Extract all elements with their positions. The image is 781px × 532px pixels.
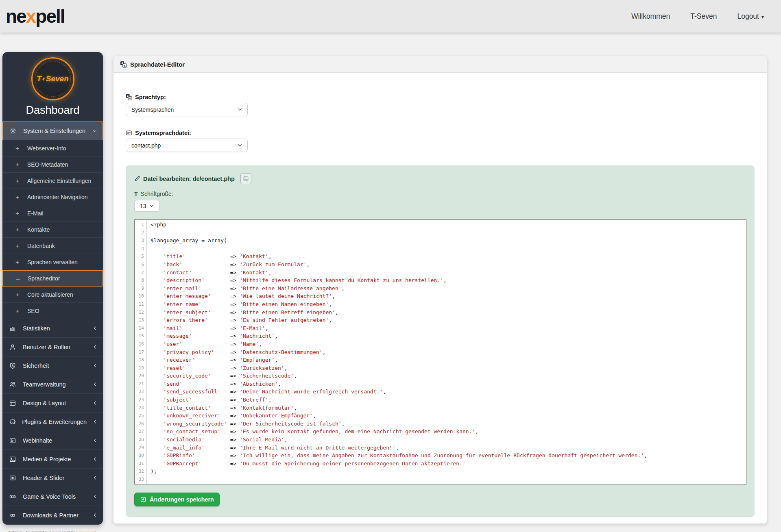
line-number: 1: [135, 221, 147, 229]
code-line: 16 'user' => 'Name',: [135, 340, 746, 348]
code-line: 3$language_array = array(: [135, 237, 746, 245]
layout-icon: [9, 400, 17, 407]
code-text: 'GDPRinfo' => 'Ich willige ein, dass mei…: [147, 452, 647, 460]
code-text: 'enter_name' => 'Bitte einen Namen einge…: [147, 300, 332, 308]
code-text: [147, 229, 151, 237]
slider-icon: [9, 474, 17, 482]
line-number: 28: [135, 436, 147, 444]
nav-logout-dropdown[interactable]: Logout▾: [737, 12, 764, 21]
plus-icon: +: [14, 307, 20, 315]
sidebar-item-sicherheit[interactable]: Sicherheit: [2, 356, 103, 375]
plus-icon: +: [14, 210, 20, 217]
sidebar-item-admincenter-navigation[interactable]: +Admincenter Navigation: [2, 189, 103, 205]
sidebar-item-allgemeine-einstellungen[interactable]: +Allgemeine Einstellungen: [2, 173, 103, 189]
translate-icon: A a: [126, 94, 132, 100]
nav-welcome-link[interactable]: Willkommen: [631, 12, 670, 21]
code-text: [147, 245, 151, 253]
sidebar-item-teamverwaltung[interactable]: Teamverwaltung: [2, 375, 103, 394]
language-editor-card: A a Sprachdatei-Editor A a Sprachtyp:: [113, 56, 767, 524]
sidebar-item-core-aktualisieren[interactable]: +Core aktualisieren: [2, 287, 103, 303]
code-line: 17 'privacy_policy' => 'Datenschutz-Best…: [135, 348, 746, 356]
code-text: 'GDPRaccept' => 'Du musst die Speicherun…: [147, 460, 466, 468]
sidebar-item-sprachen-verwalten[interactable]: +Sprachen verwalten: [2, 254, 103, 270]
sidebar-item-downloads-partner[interactable]: Downloads & Partner: [2, 506, 103, 525]
sidebar-item-label: Plugins & Erweiterungen: [22, 419, 87, 425]
line-number: 18: [135, 356, 147, 364]
code-text: 'subject' => 'Betreff',: [147, 396, 271, 404]
chevron-left-icon: [92, 438, 98, 443]
top-bar: nexpell Willkommen T-Seven Logout▾: [0, 0, 781, 33]
code-line: 9 'enter_mail' => 'Bitte eine Mailadress…: [135, 284, 746, 293]
text-size-icon: T: [134, 191, 138, 197]
line-number: 30: [135, 452, 147, 460]
chevron-left-icon: [92, 475, 98, 480]
nexpell-logo: nexpell: [6, 7, 65, 26]
plus-icon: +: [14, 161, 20, 168]
sidebar-item-seo[interactable]: +SEO: [2, 303, 103, 319]
sidebar-item-statistiken[interactable]: Statistiken: [2, 319, 103, 338]
sidebar-item-design-layout[interactable]: Design & Layout: [2, 394, 103, 413]
code-text: 'socialmedia' => 'Social Media',: [147, 436, 288, 444]
sidebar-item-label: Sprachen verwalten: [27, 259, 97, 265]
save-changes-button[interactable]: Änderungen speichern: [134, 493, 220, 506]
chevron-left-icon: [92, 400, 98, 406]
shield-icon: [9, 362, 17, 369]
code-line: 32);: [135, 467, 746, 476]
sidebar-item-label: Datenbank: [27, 243, 97, 249]
sidebar-item-game-voice-tools[interactable]: Game & Voice Tools: [2, 487, 103, 506]
sidebar-item-spracheditor[interactable]: →Spracheditor: [2, 270, 103, 287]
line-number: 9: [135, 284, 147, 293]
sidebar-item-label: Webinhalte: [23, 437, 87, 444]
chevron-down-icon: [237, 107, 242, 112]
sidebar-item-webserver-info[interactable]: +Webserver-Info: [2, 140, 103, 156]
sidebar-item-e-mail[interactable]: +E-Mail: [2, 205, 103, 221]
line-number: 3: [135, 237, 147, 245]
code-text: 'back' => 'Zurück zum Formular',: [147, 261, 310, 269]
language-file-select[interactable]: contact.php: [126, 139, 248, 152]
tseven-logo-circle: TSeven: [31, 57, 74, 100]
chevron-left-icon: [92, 363, 98, 368]
sidebar-item-plugins-erweiterungen[interactable]: Plugins & Erweiterungen: [2, 413, 103, 431]
sidebar-item-medien-projekte[interactable]: Medien & Projekte: [2, 450, 103, 469]
code-text: 'description' => 'Mithilfe dieses Formul…: [147, 276, 447, 284]
sidebar-item-label: Statistiken: [23, 325, 87, 332]
footer-brand-link[interactable]: nexpell: [78, 530, 96, 532]
line-number: 20: [135, 372, 147, 380]
line-number: 15: [135, 332, 147, 340]
line-number: 17: [135, 348, 147, 356]
code-text: 'errors_there' => 'Es sind Fehler aufget…: [147, 316, 332, 324]
sidebar-item-system-einstellungen[interactable]: System & Einstellungen: [2, 122, 103, 140]
nav-user-link[interactable]: T-Seven: [690, 12, 717, 21]
code-text: 'title' => 'Kontakt',: [147, 252, 271, 261]
sidebar-item-label: Webserver-Info: [27, 145, 97, 152]
code-line: 31 'GDPRaccept' => 'Du musst die Speiche…: [135, 460, 746, 468]
download-icon: [9, 512, 17, 519]
code-text: 'reset' => 'Zurücksetzen',: [147, 364, 288, 372]
code-text: 'user' => 'Name',: [147, 340, 262, 348]
language-file-label: Systemsprachdatei:: [126, 130, 755, 136]
sidebar-item-webinhalte[interactable]: Webinhalte: [2, 431, 103, 450]
chevron-left-icon: [92, 326, 98, 331]
sidebar-item-seo-metadaten[interactable]: +SEO-Metadaten: [2, 156, 103, 173]
main-content: A a Sprachdatei-Editor A a Sprachtyp:: [113, 56, 767, 524]
sidebar-item-label: SEO-Metadaten: [27, 161, 97, 168]
code-line: 11 'enter_name' => 'Bitte einen Namen ei…: [135, 300, 746, 308]
sidebar-item-datenbank[interactable]: +Datenbank: [2, 238, 103, 254]
logo-accent-x: x: [26, 6, 36, 27]
font-size-label: T Schriftgröße:: [134, 191, 746, 197]
game-icon: [9, 493, 17, 500]
file-preview-button[interactable]: [240, 173, 251, 184]
sidebar-item-kontakte[interactable]: +Kontakte: [2, 221, 103, 238]
sidebar-item-header-slider[interactable]: Header & Slider: [2, 469, 103, 487]
code-line: 12 'enter_subject' => 'Bitte einen Betre…: [135, 308, 746, 317]
language-type-select[interactable]: Systemsprachen: [126, 103, 248, 116]
code-text: $language_array = array(: [147, 237, 227, 245]
code-text: 'send_successfull' => 'Deine Nachricht w…: [147, 388, 386, 396]
font-size-select[interactable]: 13: [134, 200, 159, 212]
code-line: 2: [135, 229, 746, 237]
svg-text:a: a: [124, 64, 125, 67]
sidebar-item-benutzer-rollen[interactable]: Benutzer & Rollen: [2, 338, 103, 356]
tseven-logo: TSeven: [2, 52, 103, 100]
code-editor[interactable]: 1<?php23$language_array = array(45 'titl…: [134, 219, 746, 484]
sidebar-item-label: Admincenter Navigation: [27, 194, 97, 200]
